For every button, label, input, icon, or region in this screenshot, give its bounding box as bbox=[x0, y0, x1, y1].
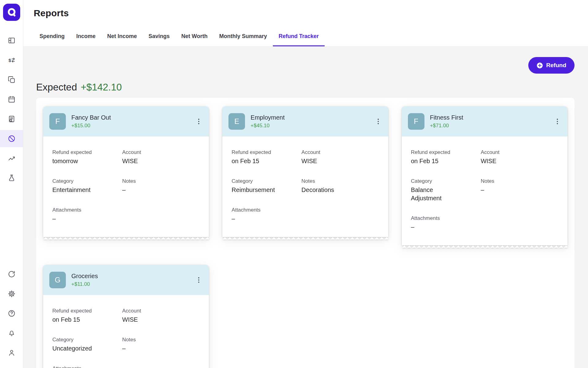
field-value: – bbox=[122, 344, 176, 353]
refunds-panel: F Fancy Bar Out +$15.00 bbox=[36, 98, 575, 368]
field-attachments: Attachments – bbox=[411, 215, 481, 231]
field-label: Refund expected bbox=[52, 149, 122, 155]
money-transfer-icon: $ bbox=[8, 56, 16, 64]
card-header: G Groceries +$11.00 bbox=[43, 265, 209, 295]
field-value: Entertainment bbox=[52, 186, 106, 194]
card-header: F Fitness First +$71.00 bbox=[402, 106, 567, 136]
card-body: Refund expected tomorrow Account WISE Ca… bbox=[43, 136, 209, 237]
card-amount: +$71.00 bbox=[430, 123, 463, 129]
card-heading: Groceries +$11.00 bbox=[71, 273, 98, 287]
sidebar-item-notifications[interactable] bbox=[0, 324, 23, 342]
sidebar-item-transactions[interactable]: $ bbox=[0, 52, 23, 69]
card-menu-button[interactable] bbox=[553, 117, 561, 125]
field-value: WISE bbox=[122, 157, 176, 165]
field-account: Account WISE bbox=[301, 149, 379, 165]
sidebar-item-profile[interactable] bbox=[0, 344, 23, 361]
sidebar-item-sync[interactable] bbox=[0, 266, 23, 283]
field-value: tomorrow bbox=[52, 157, 106, 165]
field-refund-expected: Refund expected on Feb 15 bbox=[411, 149, 481, 165]
field-notes: Notes – bbox=[122, 178, 200, 194]
avatar: F bbox=[49, 113, 66, 130]
refund-cards-grid: F Fancy Bar Out +$15.00 bbox=[43, 106, 567, 368]
field-label: Attachments bbox=[52, 366, 122, 368]
svg-text:$: $ bbox=[8, 58, 11, 63]
tab-refund-tracker[interactable]: Refund Tracker bbox=[273, 26, 325, 46]
card-menu-button[interactable] bbox=[374, 117, 382, 125]
field-category: Category Uncategorized bbox=[52, 337, 122, 353]
field-label: Refund expected bbox=[411, 149, 481, 155]
field-label: Refund expected bbox=[232, 149, 301, 155]
field-account: Account WISE bbox=[481, 149, 558, 165]
tab-spending[interactable]: Spending bbox=[34, 26, 70, 46]
card-amount: +$15.00 bbox=[71, 123, 111, 129]
field-value: – bbox=[232, 215, 285, 223]
receipt-tear-edge bbox=[222, 237, 388, 240]
field-label: Category bbox=[232, 178, 301, 184]
field-label: Attachments bbox=[411, 215, 481, 221]
field-value: – bbox=[52, 215, 106, 223]
accounts-icon bbox=[8, 76, 16, 84]
field-label: Category bbox=[411, 178, 481, 184]
app-logo[interactable] bbox=[3, 4, 20, 21]
field-category: Category Balance Adjustment bbox=[411, 178, 481, 202]
tab-monthly-summary[interactable]: Monthly Summary bbox=[213, 26, 273, 46]
add-refund-button[interactable]: Refund bbox=[528, 57, 575, 74]
field-attachments: Attachments bbox=[52, 366, 122, 368]
receipt-tear-edge bbox=[43, 237, 209, 240]
field-category: Category Reimbursement bbox=[232, 178, 301, 194]
sidebar-item-accounts[interactable] bbox=[0, 71, 23, 88]
field-refund-expected: Refund expected on Feb 15 bbox=[232, 149, 301, 165]
field-value: on Feb 15 bbox=[52, 316, 106, 324]
avatar: G bbox=[49, 272, 66, 288]
field-value: WISE bbox=[481, 157, 534, 165]
sidebar-item-dashboard[interactable] bbox=[0, 32, 23, 49]
tab-net-worth[interactable]: Net Worth bbox=[175, 26, 213, 46]
sidebar-item-reports[interactable] bbox=[0, 130, 23, 147]
sidebar-item-settings[interactable] bbox=[0, 285, 23, 302]
sidebar-item-help[interactable] bbox=[0, 305, 23, 322]
field-label: Notes bbox=[301, 178, 379, 184]
card-amount: +$11.00 bbox=[71, 281, 98, 287]
field-account: Account WISE bbox=[122, 149, 200, 165]
field-label: Account bbox=[122, 149, 200, 155]
field-label: Notes bbox=[122, 178, 200, 184]
help-icon bbox=[8, 309, 16, 317]
field-category: Category Entertainment bbox=[52, 178, 122, 194]
sidebar-item-labs[interactable] bbox=[0, 169, 23, 186]
sidebar-item-schedules[interactable] bbox=[0, 91, 23, 108]
card-header: F Fancy Bar Out +$15.00 bbox=[43, 106, 209, 136]
field-label: Category bbox=[52, 178, 122, 184]
card-title: Fancy Bar Out bbox=[71, 114, 111, 121]
rules-icon bbox=[8, 115, 16, 123]
sidebar-item-trends[interactable] bbox=[0, 150, 23, 167]
settings-icon bbox=[8, 290, 16, 298]
app-window: $ bbox=[0, 0, 588, 368]
field-attachments: Attachments – bbox=[52, 207, 122, 223]
trends-icon bbox=[8, 154, 16, 162]
refund-card-groceries: G Groceries +$11.00 bbox=[43, 265, 209, 368]
card-menu-button[interactable] bbox=[195, 117, 203, 125]
field-label: Notes bbox=[122, 337, 200, 343]
tab-net-income[interactable]: Net Income bbox=[101, 26, 143, 46]
refund-card-fancy-bar-out: F Fancy Bar Out +$15.00 bbox=[43, 106, 209, 240]
sidebar: $ bbox=[0, 0, 23, 368]
card-header: E Employment +$45.10 bbox=[222, 106, 388, 136]
tab-income[interactable]: Income bbox=[70, 26, 101, 46]
field-label: Account bbox=[301, 149, 379, 155]
sync-icon bbox=[8, 270, 16, 278]
card-body: Refund expected on Feb 15 Account WISE C… bbox=[43, 295, 209, 368]
field-value: Balance Adjustment bbox=[411, 186, 465, 202]
sidebar-item-rules[interactable] bbox=[0, 110, 23, 128]
plus-circle-icon bbox=[537, 62, 543, 69]
reports-icon bbox=[8, 135, 16, 143]
card-menu-button[interactable] bbox=[195, 276, 203, 284]
field-refund-expected: Refund expected on Feb 15 bbox=[52, 308, 122, 324]
tab-savings[interactable]: Savings bbox=[143, 26, 175, 46]
field-label: Refund expected bbox=[52, 308, 122, 314]
content-area: Refund Expected +$142.10 F Fancy B bbox=[23, 47, 588, 368]
kebab-icon bbox=[195, 276, 203, 284]
card-title: Groceries bbox=[71, 273, 98, 280]
logo-q-icon bbox=[6, 7, 17, 17]
main-area: Reports Spending Income Net Income Savin… bbox=[23, 0, 588, 368]
field-value: WISE bbox=[301, 157, 355, 165]
